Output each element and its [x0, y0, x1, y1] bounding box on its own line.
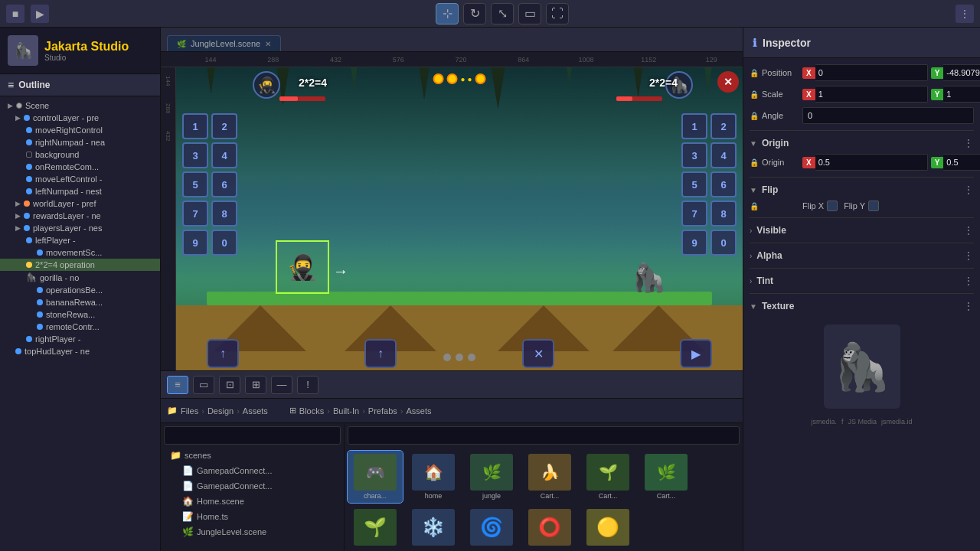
num-btn-1[interactable]: 1 [182, 113, 208, 139]
num-btn-r8[interactable]: 8 [710, 201, 737, 227]
tree-background[interactable]: background [0, 148, 160, 161]
folder-jungle-scene[interactable]: 🌿 JungleLevel.scene [164, 524, 341, 540]
assets-search-left[interactable] [164, 426, 341, 445]
stop-button[interactable]: ■ [6, 5, 24, 23]
grid-view-btn[interactable]: ⊡ [219, 376, 240, 394]
game-canvas[interactable]: 1 2 3 4 5 6 7 8 9 0 [176, 67, 743, 370]
transform-tool[interactable]: ⊹ [436, 3, 459, 24]
asset-misc5[interactable]: 🟡 ... [580, 506, 635, 551]
flip-more-icon[interactable]: ⋮ [963, 184, 974, 196]
tree-scene[interactable]: ▶ Scene [0, 99, 160, 112]
alpha-more-icon[interactable]: ⋮ [963, 249, 974, 262]
folder-scenes[interactable]: 📁 scenes [164, 448, 341, 463]
play-button[interactable]: ▶ [31, 5, 49, 23]
tree-remote-ctrl[interactable]: remoteContr... [0, 321, 160, 333]
asset-jungle[interactable]: 🌿 jungle [464, 451, 519, 503]
num-btn-8[interactable]: 8 [211, 201, 237, 227]
list-view-btn[interactable]: ≡ [167, 376, 188, 394]
texture-more-icon[interactable]: ⋮ [963, 300, 974, 312]
tile-view-btn[interactable]: ⊞ [245, 376, 266, 394]
tree-right-player[interactable]: rightPlayer - [0, 333, 160, 345]
separator-btn[interactable]: — [271, 376, 292, 394]
asset-misc2[interactable]: ❄️ ... [406, 506, 461, 551]
player-selection-box[interactable]: 🥷 [276, 240, 329, 294]
ctrl-up-right[interactable]: ↑ [364, 339, 397, 368]
position-y-input[interactable] [943, 64, 980, 81]
scene-tab-jungle[interactable]: 🌿 JungleLevel.scene ✕ [167, 35, 281, 51]
tint-section-header[interactable]: › Tint ⋮ [750, 275, 974, 287]
asset-cart1[interactable]: 🍌 Cart... [522, 451, 577, 503]
num-btn-3[interactable]: 3 [182, 142, 208, 168]
folder-home-ts[interactable]: 📝 Home.ts [164, 509, 341, 524]
num-btn-r1[interactable]: 1 [681, 113, 707, 139]
flip-y-checkbox[interactable] [868, 201, 879, 211]
tree-stone[interactable]: stoneRewa... [0, 308, 160, 321]
num-btn-2[interactable]: 2 [211, 113, 237, 139]
alert-btn[interactable]: ! [297, 376, 318, 394]
tree-world-layer[interactable]: ▶ worldLayer - pref [0, 197, 160, 210]
alpha-section-header[interactable]: › Alpha ⋮ [750, 249, 974, 262]
num-btn-6[interactable]: 6 [211, 171, 237, 197]
asset-misc1[interactable]: 🌱 ... [348, 506, 403, 551]
fullscreen-tool[interactable]: ⛶ [546, 3, 569, 24]
origin-x-input[interactable] [815, 154, 928, 171]
num-btn-5[interactable]: 5 [182, 171, 208, 197]
tree-move-right[interactable]: moveRightControl [0, 124, 160, 136]
tree-operation[interactable]: 2*2=4 operation [0, 259, 160, 271]
assets-search-right[interactable] [348, 426, 740, 445]
tree-operations-be[interactable]: operationsBe... [0, 284, 160, 296]
asset-misc3[interactable]: 🌀 ... [464, 506, 519, 551]
ctrl-x-btn[interactable]: ✕ [522, 339, 554, 368]
origin-more-icon[interactable]: ⋮ [963, 137, 974, 149]
tree-right-numpad[interactable]: rightNumpad - nea [0, 136, 160, 148]
folder-gamepad2[interactable]: 📄 GamepadConnect... [164, 478, 341, 494]
flip-section-header[interactable]: ▼ Flip ⋮ [750, 184, 974, 196]
tree-on-remote[interactable]: onRemoteCom... [0, 161, 160, 173]
num-btn-r5[interactable]: 5 [681, 171, 707, 197]
tint-more-icon[interactable]: ⋮ [963, 275, 974, 287]
scale-x-input[interactable] [815, 86, 928, 103]
visible-section-header[interactable]: › Visible ⋮ [750, 224, 974, 236]
scale-y-input[interactable] [943, 86, 980, 103]
breadcrumb-design[interactable]: Design [207, 406, 234, 416]
tree-move-left[interactable]: moveLeftControl - [0, 173, 160, 185]
ctrl-up-left[interactable]: ↑ [207, 339, 239, 368]
breadcrumb-blocks[interactable]: Blocks [299, 406, 324, 416]
asset-misc4[interactable]: ⭕ ... [522, 506, 577, 551]
origin-section-header[interactable]: ▼ Origin ⋮ [750, 137, 974, 149]
asset-chara[interactable]: 🎮 chara... [348, 451, 403, 503]
num-btn-9[interactable]: 9 [182, 230, 208, 256]
num-btn-4[interactable]: 4 [211, 142, 237, 168]
num-btn-r6[interactable]: 6 [710, 171, 737, 197]
breadcrumb-assets2[interactable]: Assets [406, 406, 431, 416]
tree-banana[interactable]: bananaRewa... [0, 296, 160, 308]
breadcrumb-builtin[interactable]: Built-In [333, 406, 359, 416]
breadcrumb-files[interactable]: Files [181, 406, 198, 416]
num-btn-0[interactable]: 0 [211, 230, 237, 256]
asset-home[interactable]: 🏠 home [406, 451, 461, 503]
scale-tool[interactable]: ⤡ [491, 3, 514, 24]
corner-close-button[interactable]: ✕ [717, 71, 739, 93]
folder-home-scene[interactable]: 🏠 Home.scene [164, 494, 341, 509]
flip-x-checkbox[interactable] [827, 201, 838, 211]
position-x-input[interactable] [815, 64, 928, 81]
tree-movement-sc[interactable]: movementSc... [0, 246, 160, 259]
num-btn-r9[interactable]: 9 [681, 230, 707, 256]
tree-rewards-layer[interactable]: ▶ rewardsLayer - ne [0, 210, 160, 222]
asset-cart2[interactable]: 🌱 Cart... [580, 451, 635, 503]
breadcrumb-assets[interactable]: Assets [243, 406, 268, 416]
visible-more-icon[interactable]: ⋮ [963, 224, 974, 236]
num-btn-r7[interactable]: 7 [681, 201, 707, 227]
num-btn-r4[interactable]: 4 [710, 142, 737, 168]
tree-players-layer[interactable]: ▶ playersLayer - nes [0, 222, 160, 234]
rect-tool[interactable]: ▭ [518, 3, 541, 24]
tree-gorilla[interactable]: 🦍 gorilla - no [0, 271, 160, 284]
more-options-button[interactable]: ⋮ [956, 5, 974, 23]
num-btn-r0[interactable]: 0 [710, 230, 737, 256]
num-btn-7[interactable]: 7 [182, 201, 208, 227]
num-btn-r2[interactable]: 2 [710, 113, 737, 139]
asset-cart3[interactable]: 🌿 Cart... [639, 451, 694, 503]
tree-left-numpad[interactable]: leftNumpad - nest [0, 185, 160, 197]
tree-top-hud[interactable]: topHudLayer - ne [0, 345, 160, 357]
texture-section-header[interactable]: ▼ Texture ⋮ [750, 300, 974, 312]
